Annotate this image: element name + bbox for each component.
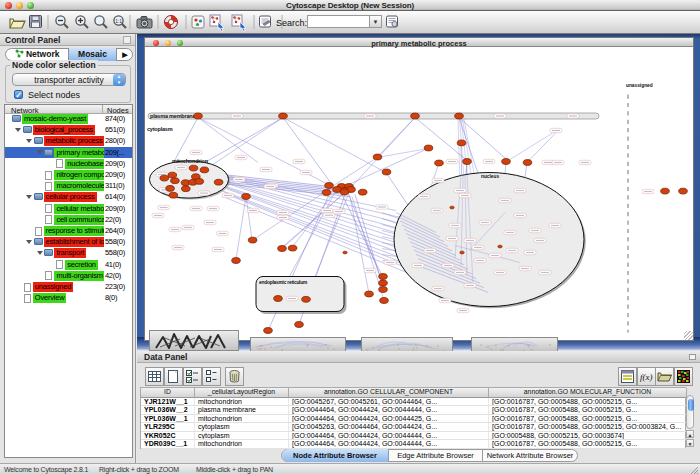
svg-text:nucleus: nucleus	[481, 174, 499, 179]
svg-text:mitochondrion: mitochondrion	[172, 158, 209, 164]
svg-text:unassigned: unassigned	[626, 83, 653, 88]
svg-text:endoplasmic reticulum: endoplasmic reticulum	[259, 280, 307, 285]
svg-text:1:1: 1:1	[115, 18, 122, 24]
svg-text:plasma membrane: plasma membrane	[150, 113, 195, 119]
svg-text:f(x): f(x)	[640, 372, 653, 382]
svg-text:cytoplasm: cytoplasm	[147, 126, 173, 132]
